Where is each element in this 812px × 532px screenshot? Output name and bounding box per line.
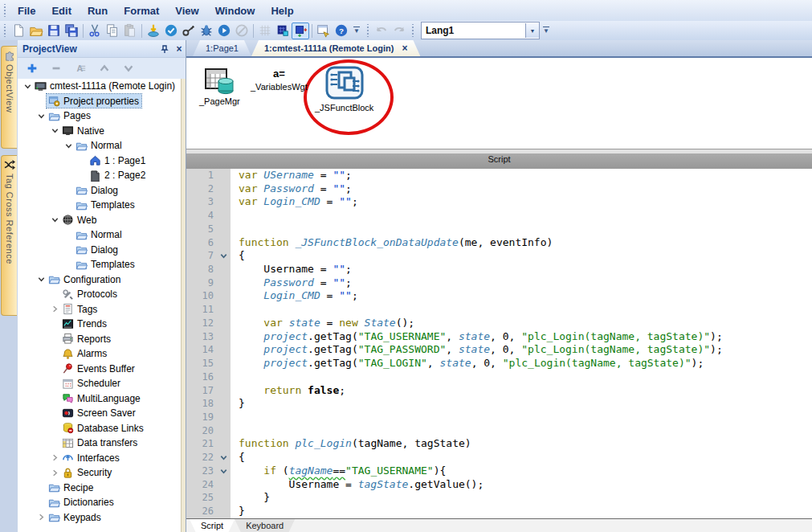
help-button[interactable]: ?	[333, 23, 350, 39]
code-line[interactable]: 18}	[186, 397, 812, 411]
tree-item-alarms[interactable]: Alarms	[18, 346, 182, 362]
open-button[interactable]	[27, 23, 45, 39]
code-line[interactable]: 8 Username = "";	[186, 263, 812, 276]
close-icon[interactable]: ×	[402, 43, 407, 54]
code-line[interactable]: 9 Password = "";	[186, 276, 812, 290]
bottom-tab-script[interactable]: Script	[190, 519, 235, 532]
snap-grid-button[interactable]	[274, 23, 292, 39]
tree-item-scheduler[interactable]: Scheduler	[18, 376, 182, 391]
chevron-down-icon[interactable]	[63, 141, 74, 151]
tree-item-security[interactable]: Security	[18, 465, 182, 481]
new-button[interactable]	[10, 23, 27, 39]
tree-item-dictionaries[interactable]: Dictionaries	[18, 495, 182, 510]
chevron-right-icon[interactable]	[36, 512, 47, 522]
save-all-button[interactable]	[63, 23, 80, 39]
tree-item-keypads[interactable]: Keypads	[18, 510, 182, 526]
editor-tab-1-cmtest-1111a-remote-login-[interactable]: 1:cmtest-1111a (Remote Login)×	[251, 40, 420, 56]
menu-help[interactable]: Help	[263, 2, 301, 19]
cut-button[interactable]	[86, 23, 104, 39]
code-line[interactable]: 24 Username = tagState.getValue();	[186, 478, 812, 492]
code-line[interactable]: 11	[186, 303, 812, 317]
code-line[interactable]: 23 if (tagName=="TAG_USERNAME"){	[186, 464, 812, 478]
code-line[interactable]: 6function _JSFunctBlock_onDataUpdate(me,…	[186, 236, 812, 250]
tree-item-events-buffer[interactable]: Events Buffer	[18, 362, 182, 377]
chevron-down-icon[interactable]	[50, 125, 60, 136]
chevron-down-icon[interactable]	[22, 81, 33, 92]
pin-icon[interactable]	[160, 44, 173, 54]
code-line[interactable]: 3var Login_CMD = "";	[186, 195, 812, 209]
code-line[interactable]: 16	[186, 370, 812, 384]
fold-marker-icon[interactable]	[216, 249, 231, 263]
tree-item-reports[interactable]: Reports	[18, 332, 182, 347]
code-line[interactable]: 20	[186, 424, 812, 438]
bottom-tab-keyboard[interactable]: Keyboard	[235, 519, 295, 532]
code-line[interactable]: 7{	[186, 249, 812, 263]
tree-item-native[interactable]: Native	[18, 124, 182, 139]
tree-item-2-page2[interactable]: 2 : Page2	[18, 168, 182, 183]
code-line[interactable]: 10 Login_CMD = "";	[186, 289, 812, 303]
fold-marker-icon[interactable]	[216, 464, 231, 478]
tree-item-dialog[interactable]: Dialog	[18, 243, 182, 258]
tree-item-protocols[interactable]: Protocols	[18, 287, 182, 302]
tree-item-trends[interactable]: Trends	[18, 317, 182, 332]
menu-format[interactable]: Format	[116, 2, 167, 19]
chevron-down-icon[interactable]: ▼	[525, 23, 539, 38]
code-line[interactable]: 4	[186, 209, 812, 223]
toolbar-overflow-icon[interactable]: ▼	[543, 27, 549, 35]
code-line[interactable]: 25 }	[186, 491, 812, 505]
menu-view[interactable]: View	[167, 2, 206, 19]
code-line[interactable]: 22{	[186, 451, 812, 464]
validate-button[interactable]	[162, 23, 180, 39]
chevron-down-icon[interactable]	[36, 274, 47, 284]
close-icon[interactable]: ×	[173, 43, 186, 55]
tree-item-dialog[interactable]: Dialog	[18, 183, 182, 198]
debug-button[interactable]	[198, 23, 215, 39]
code-line[interactable]: 26}	[186, 505, 812, 518]
tree-item-normal[interactable]: Normal	[18, 138, 182, 153]
script-code-editor[interactable]: 1var USername = "";2var Password = "";3v…	[186, 169, 812, 518]
chevron-right-icon[interactable]	[50, 452, 60, 463]
chevron-down-icon[interactable]	[50, 215, 60, 225]
tree-item-screen-saver[interactable]: Screen Saver	[18, 406, 182, 421]
code-line[interactable]: 17 return false;	[186, 384, 812, 398]
snap-object-button[interactable]	[292, 23, 309, 39]
tree-item-recipe[interactable]: Recipe	[18, 481, 182, 496]
tree-item-templates[interactable]: Templates	[18, 198, 182, 213]
run-button[interactable]	[215, 23, 233, 39]
chevron-down-icon[interactable]	[36, 111, 47, 121]
tree-item-web[interactable]: Web	[18, 213, 182, 228]
code-line[interactable]: 1var USername = "";	[186, 169, 812, 182]
side-tab-objectview[interactable]: ObjectView	[1, 46, 17, 149]
widget-jsfunctblock[interactable]: _JSFunctBlock	[315, 64, 373, 113]
code-line[interactable]: 13 project.getTag("TAG_USERNAME", state,…	[186, 330, 812, 344]
code-line[interactable]: 5	[186, 223, 812, 236]
tree-item-pages[interactable]: Pages	[18, 108, 182, 124]
code-line[interactable]: 21function plc_Login(tagName, tagState)	[186, 437, 812, 451]
widget-canvas[interactable]: _PageMgra=_VariablesWgt_JSFunctBlock	[186, 58, 812, 149]
tree-item-data-transfers[interactable]: Data transfers	[18, 436, 182, 451]
widget-pagemgr[interactable]: _PageMgr	[199, 68, 240, 106]
tree-item-templates[interactable]: Templates	[18, 257, 182, 272]
save-button[interactable]	[45, 23, 63, 39]
editor-tab-1-page1[interactable]: 1:Page1	[193, 40, 251, 56]
code-line[interactable]: 19	[186, 411, 812, 424]
tree-item-tags[interactable]: Tags	[18, 302, 182, 317]
side-tab-tag-cross-reference[interactable]: Tag Cross Reference	[1, 155, 17, 316]
project-tree-scrollbar[interactable]	[181, 79, 186, 532]
tree-item-cmtest-1111a-remote-login-[interactable]: cmtest-1111a (Remote Login)	[18, 79, 182, 94]
menu-run[interactable]: Run	[80, 2, 116, 19]
tree-item-project-properties[interactable]: Project properties	[18, 94, 182, 109]
copy-button[interactable]	[104, 23, 121, 39]
code-line[interactable]: 12 var state = new State();	[186, 317, 812, 330]
code-line[interactable]: 2var Password = "";	[186, 182, 812, 196]
language-selector[interactable]: Lang1▼	[421, 22, 540, 39]
chevron-right-icon[interactable]	[50, 468, 60, 478]
tree-item-multilanguage[interactable]: MultiLanguage	[18, 391, 182, 407]
code-line[interactable]: 15 project.getTag("TAG_LOGIN", state, 0,…	[186, 357, 812, 370]
tree-item-interfaces[interactable]: Interfaces	[18, 451, 182, 466]
code-line[interactable]: 14 project.getTag("TAG_PASSWORD", state,…	[186, 343, 812, 357]
chevron-right-icon[interactable]	[50, 304, 60, 314]
properties-button[interactable]	[315, 23, 333, 39]
menu-window[interactable]: Window	[207, 2, 263, 19]
widget-variableswgt[interactable]: a=_VariablesWgt	[251, 68, 308, 92]
